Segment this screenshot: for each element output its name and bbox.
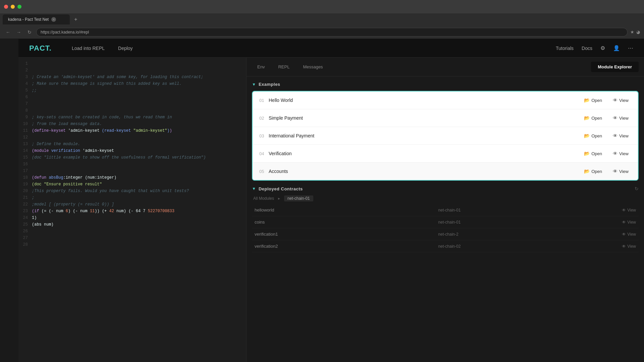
deployed-view-3[interactable]: 👁 View <box>622 232 636 237</box>
tab-repl[interactable]: REPL <box>273 62 295 71</box>
deployed-view-4[interactable]: 👁 View <box>622 244 636 249</box>
example-open-4[interactable]: 📂 Open <box>581 149 605 158</box>
tab-close-icon[interactable]: × <box>51 17 56 22</box>
example-row-5: 05 Accounts 📂 Open 👁 View <box>253 163 638 180</box>
example-name-5: Accounts <box>269 169 581 174</box>
example-num-3: 03 <box>259 133 269 138</box>
open-label-5: Open <box>591 169 602 174</box>
open-icon-3: 📂 <box>584 133 590 138</box>
nav-link-deploy[interactable]: Deploy <box>118 46 133 51</box>
editor-line: 2 <box>18 67 246 74</box>
content-area: 1 2 3 ; Create an 'admin-keyset' and add… <box>18 58 644 362</box>
deployed-view-label-2: View <box>627 220 636 225</box>
deployed-chain-1: net-chain-01 <box>438 208 618 213</box>
editor-line: 1 <box>18 60 246 67</box>
tab-messages[interactable]: Messages <box>298 62 328 71</box>
examples-section-header: ▼ Examples <box>252 82 639 87</box>
deployed-view-2[interactable]: 👁 View <box>622 220 636 225</box>
view-icon-4: 👁 <box>613 151 618 156</box>
nav-docs[interactable]: Docs <box>582 46 592 51</box>
tab-bar: kadena - Pact Test Net × + <box>0 13 644 25</box>
deployed-view-label-4: View <box>627 244 636 249</box>
deployed-view-eye-4: 👁 <box>622 244 626 249</box>
settings-icon[interactable]: ⚙ <box>600 45 605 51</box>
deployed-name-1: helloworld <box>255 207 434 213</box>
editor-line: 19 (doc "Ensure positive result" <box>18 181 246 188</box>
editor-line: 16 <box>18 161 246 168</box>
example-num-1: 01 <box>259 98 269 103</box>
editor-content[interactable]: 1 2 3 ; Create an 'admin-keyset' and add… <box>18 58 246 251</box>
view-icon-2: 👁 <box>613 115 618 121</box>
address-bar: ← → ↻ https://pact.kadena.io/#repl ★ ◕ <box>0 25 644 39</box>
example-view-4[interactable]: 👁 View <box>610 149 631 158</box>
deployed-chain-4: net-chain-02 <box>438 244 618 249</box>
example-view-3[interactable]: 👁 View <box>610 132 631 140</box>
open-icon-5: 📂 <box>584 169 590 174</box>
deployed-header: ▼ Deployed Contracts ↻ <box>252 186 639 191</box>
example-view-1[interactable]: 👁 View <box>610 96 631 104</box>
example-name-4: Verification <box>269 151 581 156</box>
deployed-section-title: Deployed Contracts <box>259 186 303 191</box>
open-label-1: Open <box>591 98 602 103</box>
example-open-2[interactable]: 📂 Open <box>581 114 605 122</box>
module-explorer-button[interactable]: Module Explorer <box>591 62 639 72</box>
filter-chain-value[interactable]: net-chain-01 <box>284 195 313 201</box>
editor-line: 5 ;; <box>18 87 246 94</box>
new-tab-button[interactable]: + <box>71 15 80 24</box>
deployed-view-1[interactable]: 👁 View <box>622 208 636 213</box>
deployed-filters: All Modules ▸ net-chain-01 <box>252 195 639 201</box>
example-row-3: 03 International Payment 📂 Open 👁 View <box>253 127 638 145</box>
example-view-2[interactable]: 👁 View <box>610 114 631 122</box>
editor-line: 14 (module verification 'admin-keyset <box>18 147 246 154</box>
back-button[interactable]: ← <box>4 28 12 36</box>
extension-icon[interactable]: ◕ <box>636 29 640 35</box>
editor-line: 6 <box>18 94 246 101</box>
deployed-name-3: verification1 <box>255 232 434 237</box>
pane-tabs: Env REPL Messages Module Explorer <box>247 58 644 76</box>
editor-line: 20 ;This property fails. Would you have … <box>18 188 246 194</box>
example-name-3: International Payment <box>269 133 581 138</box>
example-view-5[interactable]: 👁 View <box>610 167 631 175</box>
view-icon-5: 👁 <box>613 169 618 174</box>
editor-line: 10 ; from the load message data. <box>18 121 246 127</box>
nav-link-load-repl[interactable]: Load into REPL <box>72 46 105 51</box>
refresh-button[interactable]: ↻ <box>25 28 34 36</box>
more-icon[interactable]: ⋯ <box>628 45 633 51</box>
filter-arrow-icon: ▸ <box>278 196 280 201</box>
bookmark-icon[interactable]: ★ <box>630 29 634 35</box>
close-button[interactable] <box>4 5 8 9</box>
browser-tab[interactable]: kadena - Pact Test Net × <box>3 14 70 24</box>
filter-all-modules-label: All Modules <box>253 196 274 201</box>
refresh-icon[interactable]: ↻ <box>635 186 639 191</box>
forward-button[interactable]: → <box>15 28 23 36</box>
editor-line: 17 <box>18 168 246 174</box>
example-open-5[interactable]: 📂 Open <box>581 167 605 175</box>
nav-tutorials[interactable]: Tutorials <box>556 46 574 51</box>
deployed-toggle-icon[interactable]: ▼ <box>252 186 256 191</box>
maximize-button[interactable] <box>17 5 21 9</box>
example-actions-4: 📂 Open 👁 View <box>581 149 631 158</box>
url-input[interactable]: https://pact.kadena.io/#repl <box>36 28 628 37</box>
deployed-view-eye-2: 👁 <box>622 220 626 225</box>
examples-toggle-icon[interactable]: ▼ <box>252 82 256 87</box>
minimize-button[interactable] <box>11 5 15 9</box>
editor-line: 21 ; <box>18 194 246 201</box>
deployed-row-4: verification2 net-chain-02 👁 View <box>252 240 639 252</box>
browser-frame: kadena - Pact Test Net × + ← → ↻ https:/… <box>0 0 644 39</box>
deployed-row-1: helloworld net-chain-01 👁 View <box>252 204 639 216</box>
example-open-1[interactable]: 📂 Open <box>581 96 605 104</box>
tab-env[interactable]: Env <box>252 62 270 71</box>
open-label-4: Open <box>591 151 602 156</box>
deployed-view-label-3: View <box>627 232 636 237</box>
open-icon-1: 📂 <box>584 98 590 103</box>
right-pane: Env REPL Messages Module Explorer ▼ Exam… <box>247 58 644 362</box>
editor-line: 28 <box>18 241 246 248</box>
example-name-2: Simple Payment <box>269 115 581 121</box>
user-icon[interactable]: 👤 <box>613 45 620 51</box>
example-actions-1: 📂 Open 👁 View <box>581 96 631 104</box>
example-open-3[interactable]: 📂 Open <box>581 132 605 140</box>
open-icon-2: 📂 <box>584 115 590 121</box>
open-icon-4: 📂 <box>584 151 590 156</box>
editor-line: 15 (doc "little example to show off the … <box>18 154 246 161</box>
view-label-2: View <box>619 116 629 121</box>
